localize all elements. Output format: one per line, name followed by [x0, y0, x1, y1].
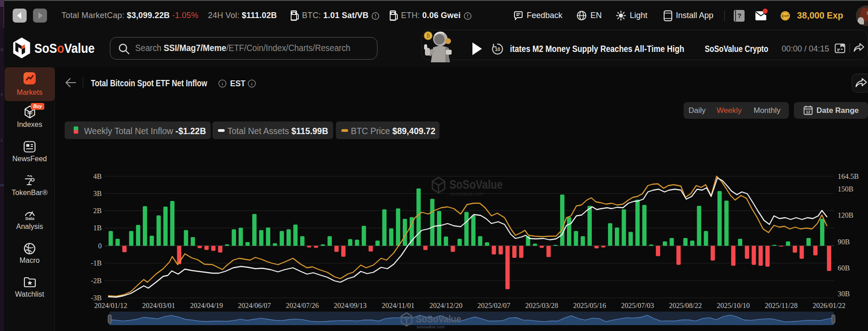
svg-text:2026/01/22: 2026/01/22 — [812, 302, 845, 309]
svg-text:2B: 2B — [93, 207, 102, 214]
svg-text:2025/10/10: 2025/10/10 — [717, 302, 750, 309]
svg-text:0: 0 — [98, 242, 102, 250]
svg-text:-2B: -2B — [91, 277, 102, 284]
svg-text:90B: 90B — [838, 238, 850, 246]
svg-text:-1B: -1B — [91, 259, 102, 267]
svg-text:sosovalue.com: sosovalue.com — [416, 325, 445, 329]
svg-text:2024/07/26: 2024/07/26 — [286, 302, 319, 309]
svg-text:30B: 30B — [838, 290, 850, 298]
svg-text:2025/11/28: 2025/11/28 — [765, 302, 797, 309]
svg-text:-3B: -3B — [91, 294, 102, 302]
svg-text:164.5B: 164.5B — [838, 172, 859, 180]
svg-text:2025/07/03: 2025/07/03 — [621, 302, 654, 309]
svg-text:2024/01/12: 2024/01/12 — [94, 302, 127, 309]
svg-text:2024/11/01: 2024/11/01 — [382, 302, 414, 309]
svg-text:2025/03/28: 2025/03/28 — [525, 302, 558, 309]
svg-text:2024/06/07: 2024/06/07 — [238, 302, 271, 309]
svg-text:2024/09/13: 2024/09/13 — [334, 302, 367, 309]
svg-text:4B: 4B — [93, 172, 102, 180]
svg-text:2025/05/16: 2025/05/16 — [573, 302, 606, 309]
svg-text:SoSoValue: SoSoValue — [449, 178, 503, 191]
svg-text:2024/12/20: 2024/12/20 — [429, 302, 462, 309]
svg-text:60B: 60B — [838, 264, 850, 272]
svg-text:2025/08/22: 2025/08/22 — [669, 302, 702, 309]
svg-text:2024/03/01: 2024/03/01 — [142, 302, 175, 309]
svg-text:2025/02/07: 2025/02/07 — [477, 302, 510, 309]
svg-text:120B: 120B — [838, 211, 854, 219]
svg-text:SoSoValue: SoSoValue — [416, 313, 461, 325]
svg-text:sosovalue.com: sosovalue.com — [450, 191, 483, 196]
svg-text:1B: 1B — [93, 224, 102, 232]
svg-text:2024/04/19: 2024/04/19 — [190, 302, 223, 309]
svg-text:150B: 150B — [838, 185, 854, 193]
svg-text:3B: 3B — [93, 190, 102, 197]
